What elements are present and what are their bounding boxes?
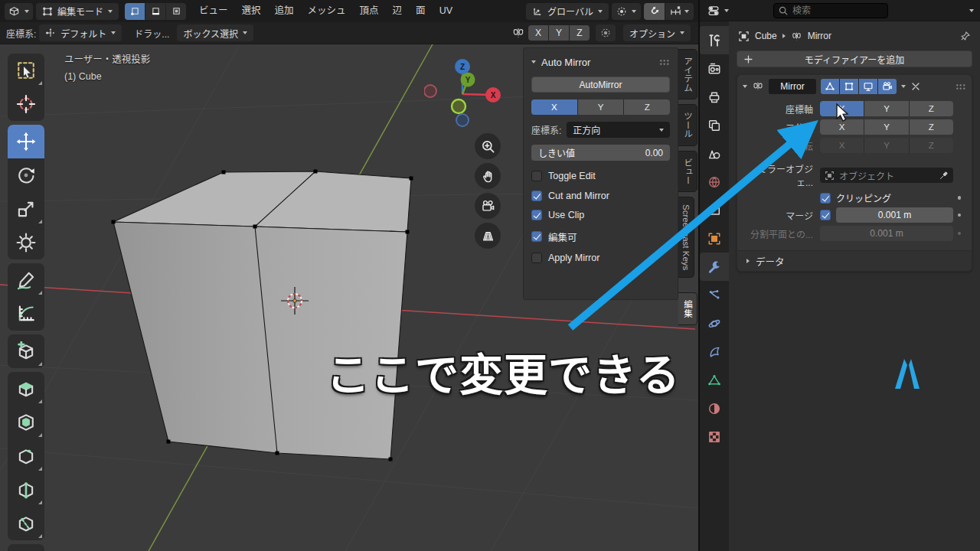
properties-tab[interactable]	[700, 281, 729, 309]
option-label[interactable]: Cut and Mirror	[548, 191, 609, 201]
flip-button[interactable]: X	[820, 138, 864, 153]
pan-button[interactable]	[475, 163, 501, 189]
navigation-gizmo[interactable]: Y Z X	[424, 54, 501, 131]
automirror-button[interactable]: AutoMirror	[531, 77, 670, 93]
add-modifier-button[interactable]: モディファイアーを追加	[737, 51, 972, 67]
flip-button[interactable]: Z	[910, 138, 953, 153]
option-label[interactable]: 編集可	[548, 230, 577, 244]
gizmo-minus-x[interactable]	[424, 85, 436, 97]
tool-button[interactable]	[8, 439, 44, 473]
viewport-3d[interactable]: ユーザー・透視投影 (1) Cube	[0, 0, 698, 551]
sidebar-tab[interactable]: 編集	[678, 292, 697, 325]
menu-item[interactable]: 頂点	[353, 0, 386, 22]
axis-button[interactable]: X	[820, 101, 864, 116]
grid-toggle-button[interactable]	[475, 223, 501, 249]
clipping-checkbox[interactable]	[820, 193, 831, 204]
tool-button[interactable]	[8, 473, 44, 507]
properties-tab[interactable]	[700, 337, 729, 366]
gizmo-minus-y[interactable]	[452, 99, 466, 113]
flip-button[interactable]: Y	[864, 138, 908, 153]
breadcrumb-object[interactable]: Cube	[755, 31, 777, 41]
bisect-button[interactable]: Y	[864, 119, 908, 135]
merge-checkbox[interactable]	[820, 210, 831, 220]
properties-editor-type-button[interactable]	[706, 2, 730, 19]
tool-button[interactable]	[8, 297, 44, 331]
properties-tab[interactable]	[700, 394, 729, 422]
checkbox[interactable]	[531, 231, 542, 242]
data-subpanel-header[interactable]: データ	[737, 250, 972, 271]
checkbox[interactable]	[531, 171, 542, 181]
chevron-down-icon[interactable]	[743, 85, 747, 88]
camera-view-button[interactable]	[475, 193, 501, 219]
option-label[interactable]: Apply Mirror	[548, 253, 599, 263]
axis-toggle-button[interactable]: Z	[624, 99, 670, 115]
menu-item[interactable]: メッシュ	[301, 0, 353, 22]
properties-tab[interactable]	[700, 54, 729, 83]
tool-orientation-dropdown[interactable]: デフォルト	[39, 24, 122, 41]
checkbox[interactable]	[531, 210, 542, 220]
tool-button[interactable]	[8, 544, 44, 551]
modifier-extras-chevron-icon[interactable]	[901, 85, 906, 88]
menu-item[interactable]: 面	[409, 0, 433, 22]
menu-item[interactable]: 追加	[268, 0, 301, 22]
sidebar-tab[interactable]: ツール	[678, 104, 697, 146]
clipping-label[interactable]: クリッピング	[836, 191, 891, 204]
decorator-dot[interactable]	[958, 196, 962, 200]
drag-handle[interactable]	[659, 59, 670, 66]
chevron-down-icon[interactable]	[531, 60, 536, 64]
select-mode-button[interactable]	[166, 3, 186, 20]
properties-tab[interactable]	[700, 253, 729, 281]
select-box-mode-dropdown[interactable]: ボックス選択	[177, 24, 253, 41]
properties-tab[interactable]	[700, 168, 729, 196]
sidebar-tab[interactable]: アイテム	[678, 49, 697, 99]
checkbox[interactable]	[531, 253, 542, 263]
orientation-select[interactable]: 正方向	[567, 122, 670, 138]
mirror-axis-button[interactable]: Z	[570, 25, 590, 41]
options-dropdown[interactable]: オプション	[623, 24, 691, 41]
chevron-down-icon[interactable]	[969, 9, 974, 12]
tool-button[interactable]	[8, 54, 44, 87]
cube-mesh[interactable]	[112, 170, 413, 461]
mirror-butterfly-icon[interactable]	[511, 26, 525, 40]
decorator-dot[interactable]	[958, 232, 962, 236]
axis-button[interactable]: Y	[864, 101, 908, 116]
tool-button[interactable]	[8, 226, 44, 259]
tool-button[interactable]	[8, 125, 44, 158]
axis-button[interactable]: Z	[910, 101, 953, 116]
display-toggle-button[interactable]	[878, 79, 897, 94]
modifier-name-field[interactable]: Mirror	[769, 79, 816, 94]
gizmo-minus-z[interactable]	[456, 114, 469, 126]
properties-tab[interactable]	[700, 422, 729, 451]
snap-with-dropdown[interactable]	[665, 3, 694, 20]
properties-tab[interactable]	[700, 139, 729, 168]
select-mode-button[interactable]	[125, 3, 145, 20]
breadcrumb-modifier[interactable]: Mirror	[808, 31, 831, 41]
mode-dropdown[interactable]: 編集モード	[36, 3, 119, 20]
properties-tab[interactable]	[700, 111, 729, 139]
properties-tab[interactable]	[700, 224, 729, 253]
properties-tab[interactable]	[700, 196, 729, 224]
tool-button[interactable]	[8, 263, 44, 297]
mirror-axis-button[interactable]: Y	[549, 25, 569, 41]
bisect-button[interactable]: X	[820, 119, 864, 135]
search-input[interactable]	[773, 3, 888, 18]
tool-button[interactable]	[8, 334, 44, 368]
proportional-editing-button[interactable]	[596, 24, 616, 41]
properties-tab[interactable]	[700, 366, 729, 394]
pivot-dropdown[interactable]	[612, 3, 641, 20]
mirror-object-field[interactable]: オブジェクト	[820, 168, 953, 183]
tool-button[interactable]	[8, 372, 44, 406]
tool-button[interactable]	[8, 406, 44, 439]
merge-value-field[interactable]: 0.001 m	[836, 207, 953, 223]
axis-toggle-button[interactable]: Y	[578, 99, 624, 115]
orientation-dropdown[interactable]: グローバル	[526, 3, 609, 20]
editor-type-button[interactable]	[5, 3, 33, 20]
axis-toggle-button[interactable]: X	[531, 99, 577, 115]
bisect-button[interactable]: Z	[910, 119, 953, 135]
properties-tab[interactable]	[700, 309, 729, 337]
sidebar-tab[interactable]: ビュー	[678, 151, 697, 193]
select-mode-button[interactable]	[145, 3, 165, 20]
drag-handle[interactable]	[956, 83, 966, 90]
zoom-button[interactable]	[475, 133, 501, 159]
display-toggle-button[interactable]	[859, 79, 877, 94]
